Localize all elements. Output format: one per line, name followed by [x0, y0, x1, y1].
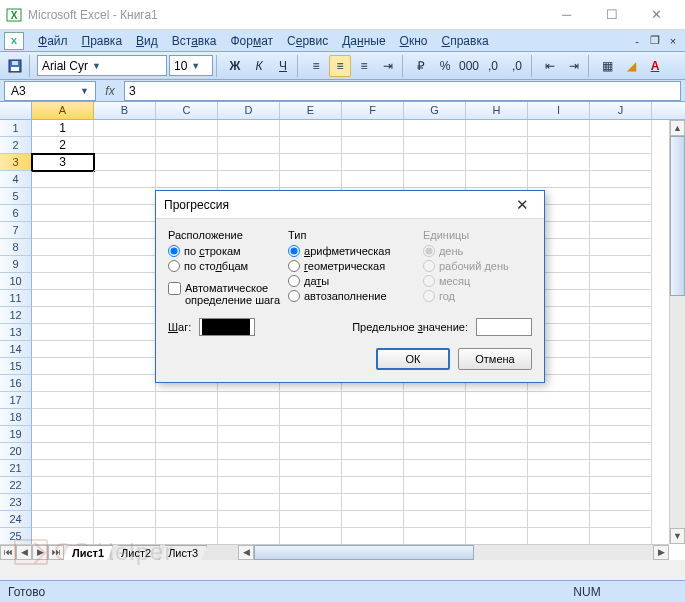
mdi-minimize-button[interactable]: -: [629, 34, 645, 48]
cell-C1[interactable]: [156, 120, 218, 137]
cell-B3[interactable]: [94, 154, 156, 171]
cell-H21[interactable]: [466, 460, 528, 477]
cell-F1[interactable]: [342, 120, 404, 137]
scroll-left-button[interactable]: ◀: [238, 545, 254, 560]
cell-A23[interactable]: [32, 494, 94, 511]
cell-B21[interactable]: [94, 460, 156, 477]
minimize-button[interactable]: ─: [544, 0, 589, 30]
bold-button[interactable]: Ж: [224, 55, 246, 77]
menu-window[interactable]: Окно: [394, 32, 434, 50]
cell-J1[interactable]: [590, 120, 652, 137]
row-header-24[interactable]: 24: [0, 511, 32, 528]
cell-C18[interactable]: [156, 409, 218, 426]
cell-J19[interactable]: [590, 426, 652, 443]
comma-button[interactable]: 000: [458, 55, 480, 77]
cell-C21[interactable]: [156, 460, 218, 477]
cell-F3[interactable]: [342, 154, 404, 171]
cell-A20[interactable]: [32, 443, 94, 460]
cell-G17[interactable]: [404, 392, 466, 409]
row-header-22[interactable]: 22: [0, 477, 32, 494]
cell-D25[interactable]: [218, 528, 280, 544]
column-header-I[interactable]: I: [528, 102, 590, 119]
column-header-C[interactable]: C: [156, 102, 218, 119]
cell-E19[interactable]: [280, 426, 342, 443]
cell-C22[interactable]: [156, 477, 218, 494]
radio-geometric[interactable]: [288, 260, 300, 272]
cell-B14[interactable]: [94, 341, 156, 358]
cell-C3[interactable]: [156, 154, 218, 171]
mdi-close-button[interactable]: ×: [665, 34, 681, 48]
cell-I22[interactable]: [528, 477, 590, 494]
scroll-down-button[interactable]: ▼: [670, 528, 685, 544]
cell-G24[interactable]: [404, 511, 466, 528]
cell-D23[interactable]: [218, 494, 280, 511]
cell-I24[interactable]: [528, 511, 590, 528]
row-header-12[interactable]: 12: [0, 307, 32, 324]
cancel-button[interactable]: Отмена: [458, 348, 532, 370]
formula-input[interactable]: 3: [124, 81, 681, 101]
cell-A3[interactable]: 3: [32, 154, 94, 171]
row-header-2[interactable]: 2: [0, 137, 32, 154]
row-header-11[interactable]: 11: [0, 290, 32, 307]
cell-B24[interactable]: [94, 511, 156, 528]
cell-I4[interactable]: [528, 171, 590, 188]
save-button[interactable]: [4, 55, 26, 77]
horizontal-scroll-thumb[interactable]: [254, 545, 474, 560]
font-name-combo[interactable]: Arial Cyr▼: [37, 55, 167, 76]
column-header-D[interactable]: D: [218, 102, 280, 119]
horizontal-scrollbar[interactable]: ◀ ▶: [238, 544, 669, 560]
row-header-14[interactable]: 14: [0, 341, 32, 358]
cell-D19[interactable]: [218, 426, 280, 443]
radio-rows[interactable]: [168, 245, 180, 257]
cell-G1[interactable]: [404, 120, 466, 137]
cell-I21[interactable]: [528, 460, 590, 477]
row-header-10[interactable]: 10: [0, 273, 32, 290]
cell-B16[interactable]: [94, 375, 156, 392]
cell-C20[interactable]: [156, 443, 218, 460]
cell-F2[interactable]: [342, 137, 404, 154]
row-header-7[interactable]: 7: [0, 222, 32, 239]
cell-B15[interactable]: [94, 358, 156, 375]
row-header-13[interactable]: 13: [0, 324, 32, 341]
scroll-up-button[interactable]: ▲: [670, 120, 685, 136]
cell-B5[interactable]: [94, 188, 156, 205]
cell-H22[interactable]: [466, 477, 528, 494]
column-header-H[interactable]: H: [466, 102, 528, 119]
cell-A2[interactable]: 2: [32, 137, 94, 154]
cell-I17[interactable]: [528, 392, 590, 409]
cell-H4[interactable]: [466, 171, 528, 188]
row-header-23[interactable]: 23: [0, 494, 32, 511]
currency-button[interactable]: ₽: [410, 55, 432, 77]
menu-help[interactable]: Справка: [435, 32, 494, 50]
row-header-20[interactable]: 20: [0, 443, 32, 460]
cell-F20[interactable]: [342, 443, 404, 460]
increase-decimal-button[interactable]: ,0: [482, 55, 504, 77]
menu-edit[interactable]: Правка: [76, 32, 129, 50]
cell-F21[interactable]: [342, 460, 404, 477]
dialog-titlebar[interactable]: Прогрессия ✕: [156, 191, 544, 219]
cell-E17[interactable]: [280, 392, 342, 409]
cell-C17[interactable]: [156, 392, 218, 409]
font-size-combo[interactable]: 10▼: [169, 55, 213, 76]
borders-button[interactable]: ▦: [596, 55, 618, 77]
align-center-button[interactable]: ≡: [329, 55, 351, 77]
cell-H19[interactable]: [466, 426, 528, 443]
cell-A4[interactable]: [32, 171, 94, 188]
cell-A9[interactable]: [32, 256, 94, 273]
cell-C4[interactable]: [156, 171, 218, 188]
cell-D18[interactable]: [218, 409, 280, 426]
sheet-tab-1[interactable]: Лист1: [63, 545, 113, 560]
cell-J21[interactable]: [590, 460, 652, 477]
cell-A19[interactable]: [32, 426, 94, 443]
cell-B20[interactable]: [94, 443, 156, 460]
cell-J16[interactable]: [590, 375, 652, 392]
cell-E24[interactable]: [280, 511, 342, 528]
cell-J20[interactable]: [590, 443, 652, 460]
cell-J22[interactable]: [590, 477, 652, 494]
row-header-21[interactable]: 21: [0, 460, 32, 477]
italic-button[interactable]: К: [248, 55, 270, 77]
row-header-5[interactable]: 5: [0, 188, 32, 205]
cell-A1[interactable]: 1: [32, 120, 94, 137]
cell-J13[interactable]: [590, 324, 652, 341]
cell-J9[interactable]: [590, 256, 652, 273]
